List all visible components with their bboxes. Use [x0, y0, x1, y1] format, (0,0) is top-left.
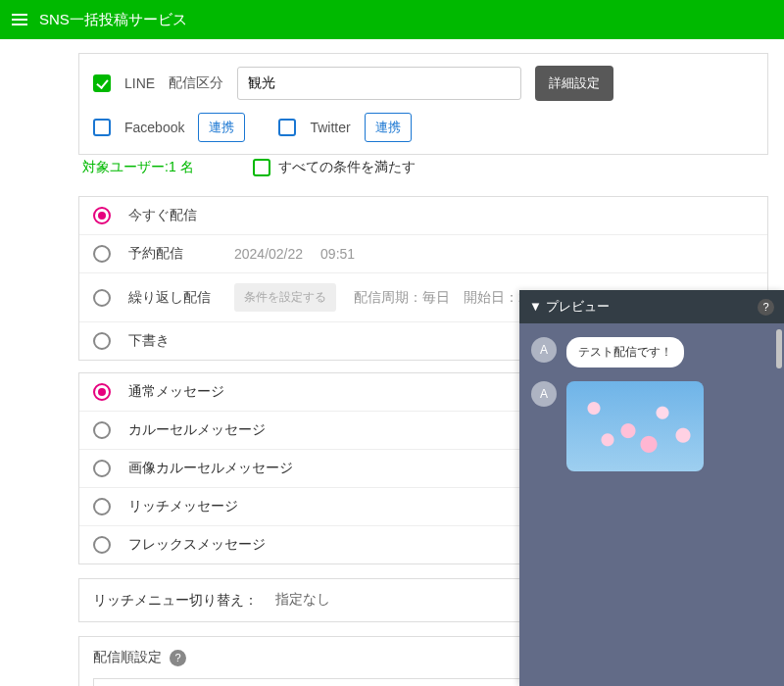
collapse-icon: ▼ — [529, 299, 542, 314]
timing-scheduled-label: 予約配信 — [128, 245, 217, 263]
repeat-config-button[interactable]: 条件を設定する — [234, 283, 336, 312]
preview-body: A テスト配信です！ A — [519, 323, 784, 686]
timing-now-label: 今すぐ配信 — [128, 207, 217, 224]
msgtype-rich-label: リッチメッセージ — [128, 498, 238, 515]
timing-draft-radio[interactable] — [93, 332, 111, 350]
facebook-link-button[interactable]: 連携 — [198, 113, 245, 142]
avatar: A — [531, 381, 557, 407]
avatar: A — [531, 337, 557, 363]
msgtype-image-carousel-label: 画像カルーセルメッセージ — [128, 460, 293, 477]
image-bubble — [566, 381, 704, 471]
timing-scheduled-radio[interactable] — [93, 245, 111, 263]
scheduled-time[interactable]: 09:51 — [320, 246, 355, 262]
timing-now-radio[interactable] — [93, 207, 111, 224]
twitter-checkbox[interactable] — [278, 119, 296, 136]
order-title: 配信順設定 — [93, 649, 162, 666]
msgtype-carousel-radio[interactable] — [93, 421, 111, 439]
timing-repeat-radio[interactable] — [93, 289, 111, 307]
preview-title: プレビュー — [546, 299, 610, 314]
twitter-link-button[interactable]: 連携 — [365, 113, 412, 142]
msgtype-flex-radio[interactable] — [93, 536, 111, 554]
line-checkbox[interactable] — [93, 74, 111, 92]
scheduled-date[interactable]: 2024/02/22 — [234, 246, 303, 262]
target-users-label: 対象ユーザー:1 名 — [82, 159, 194, 176]
facebook-label: Facebook — [124, 120, 184, 135]
help-icon[interactable]: ? — [170, 650, 186, 666]
msgtype-normal-label: 通常メッセージ — [128, 383, 224, 401]
timing-draft-label: 下書き — [128, 332, 217, 350]
preview-help-icon[interactable]: ? — [758, 299, 774, 316]
msgtype-normal-radio[interactable] — [93, 383, 111, 401]
app-header: SNS一括投稿サービス — [0, 0, 784, 39]
line-label: LINE — [124, 75, 155, 91]
richmenu-value: 指定なし — [275, 591, 330, 609]
timing-repeat-label: 繰り返し配信 — [128, 289, 217, 307]
sns-target-panel: LINE 配信区分 詳細設定 Facebook 連携 Twitter 連携 — [78, 53, 768, 155]
delivery-class-input[interactable] — [237, 67, 521, 100]
all-conditions-label: すべての条件を満たす — [278, 159, 416, 176]
detail-settings-button[interactable]: 詳細設定 — [535, 66, 613, 101]
richmenu-label: リッチメニュー切り替え： — [93, 592, 258, 610]
msgtype-image-carousel-radio[interactable] — [93, 460, 111, 477]
preview-panel: ▼プレビュー ? A テスト配信です！ A — [519, 290, 784, 686]
msgtype-flex-label: フレックスメッセージ — [128, 536, 266, 554]
all-conditions-checkbox[interactable] — [253, 159, 270, 176]
target-summary-row: 対象ユーザー:1 名 すべての条件を満たす — [78, 155, 768, 184]
msgtype-rich-radio[interactable] — [93, 498, 111, 515]
scrollbar[interactable] — [776, 329, 782, 368]
menu-icon[interactable] — [12, 14, 27, 25]
richmenu-select[interactable]: 指定なし ▼ — [275, 591, 536, 610]
preview-message-row: A テスト配信です！ — [531, 337, 772, 368]
preview-message-row: A — [531, 381, 772, 471]
preview-header[interactable]: ▼プレビュー ? — [519, 290, 784, 323]
msgtype-carousel-label: カルーセルメッセージ — [128, 421, 266, 439]
sakura-image — [566, 381, 704, 471]
facebook-checkbox[interactable] — [93, 119, 111, 136]
app-title: SNS一括投稿サービス — [39, 11, 187, 29]
message-bubble: テスト配信です！ — [566, 337, 684, 368]
twitter-label: Twitter — [310, 120, 350, 135]
delivery-class-label: 配信区分 — [169, 74, 223, 92]
